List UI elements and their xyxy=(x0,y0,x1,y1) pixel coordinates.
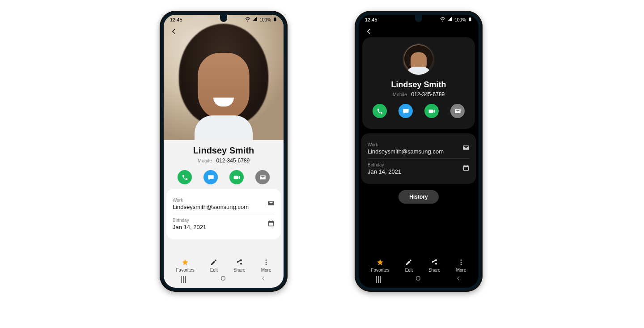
email-button[interactable] xyxy=(255,170,270,184)
recents-nav[interactable]: ||| xyxy=(181,275,186,283)
recents-nav[interactable]: ||| xyxy=(376,275,381,283)
bottom-bar: Favorites Edit Share More xyxy=(164,259,284,273)
share-button[interactable]: Share xyxy=(428,259,441,273)
screen-dark: 12:45 100% xyxy=(359,15,479,288)
mobile-number: 012-345-6789 xyxy=(216,158,250,164)
more-label: More xyxy=(456,268,466,273)
action-row xyxy=(164,170,284,184)
mail-icon[interactable] xyxy=(462,144,470,153)
share-label: Share xyxy=(428,268,441,273)
battery-icon xyxy=(468,17,472,23)
video-button[interactable] xyxy=(229,170,244,184)
svg-rect-7 xyxy=(470,17,471,17)
svg-point-2 xyxy=(266,260,267,261)
contact-name: Lindsey Smith xyxy=(164,145,284,156)
mobile-line: Mobile 012-345-6789 xyxy=(164,158,284,164)
camera-notch xyxy=(415,15,422,22)
mail-icon[interactable] xyxy=(267,200,275,209)
svg-rect-11 xyxy=(416,277,420,280)
system-navbar: ||| xyxy=(359,273,479,285)
battery-icon xyxy=(273,17,277,23)
wifi-icon xyxy=(245,17,250,23)
details-card: Work Lindseysmith@samsung.com Birthday J… xyxy=(361,133,476,184)
video-button[interactable] xyxy=(424,104,439,118)
birthday-value: Jan 14, 2021 xyxy=(368,168,401,175)
birthday-row[interactable]: Birthday Jan 14, 2021 xyxy=(368,158,470,179)
back-button[interactable] xyxy=(170,27,178,37)
svg-rect-1 xyxy=(275,17,276,17)
favorites-label: Favorites xyxy=(176,268,195,273)
screen-light: 12:45 100% xyxy=(164,15,284,288)
message-button[interactable] xyxy=(398,104,413,118)
status-time: 12:45 xyxy=(365,17,377,22)
edit-button[interactable]: Edit xyxy=(405,259,413,273)
mobile-label: Mobile xyxy=(198,158,212,163)
birthday-label: Birthday xyxy=(173,218,206,223)
mobile-label: Mobile xyxy=(393,92,407,97)
wifi-icon xyxy=(440,17,445,23)
home-nav[interactable] xyxy=(220,275,226,283)
svg-rect-5 xyxy=(221,277,225,280)
call-button[interactable] xyxy=(373,104,387,118)
more-label: More xyxy=(261,268,271,273)
phone-dark: 12:45 100% xyxy=(355,11,483,292)
status-icons: 100% xyxy=(440,17,472,23)
favorites-button[interactable]: Favorites xyxy=(371,259,390,273)
work-email: Lindseysmith@samsung.com xyxy=(173,204,249,210)
svg-point-3 xyxy=(266,262,267,263)
favorites-button[interactable]: Favorites xyxy=(176,259,195,273)
status-icons: 100% xyxy=(245,17,277,23)
contact-photo xyxy=(164,15,284,140)
favorites-label: Favorites xyxy=(371,268,390,273)
bottom-bar: Favorites Edit Share More xyxy=(359,259,479,273)
details-card: Work Lindseysmith@samsung.com Birthday J… xyxy=(166,189,281,239)
birthday-value: Jan 14, 2021 xyxy=(173,224,206,230)
edit-label: Edit xyxy=(405,268,413,273)
svg-point-4 xyxy=(266,264,267,265)
contact-avatar[interactable] xyxy=(402,43,435,76)
signal-icon xyxy=(447,17,453,23)
more-button[interactable]: More xyxy=(456,259,466,273)
camera-notch xyxy=(220,15,227,22)
back-nav[interactable] xyxy=(455,275,462,283)
battery-text: 100% xyxy=(454,17,466,22)
work-label: Work xyxy=(368,142,444,147)
svg-point-10 xyxy=(461,264,462,265)
mobile-line: Mobile 012-345-6789 xyxy=(369,91,469,98)
phone-light: 12:45 100% xyxy=(160,11,288,292)
system-navbar: ||| xyxy=(164,273,284,285)
more-button[interactable]: More xyxy=(261,259,271,273)
share-button[interactable]: Share xyxy=(233,259,246,273)
svg-point-8 xyxy=(461,260,462,261)
email-button[interactable] xyxy=(450,104,465,118)
history-button[interactable]: History xyxy=(398,190,438,204)
signal-icon xyxy=(252,17,258,23)
edit-button[interactable]: Edit xyxy=(210,259,218,273)
status-time: 12:45 xyxy=(170,17,182,22)
edit-label: Edit xyxy=(210,268,218,273)
calendar-icon[interactable] xyxy=(462,164,470,173)
work-email: Lindseysmith@samsung.com xyxy=(368,148,444,155)
battery-text: 100% xyxy=(259,17,271,22)
home-nav[interactable] xyxy=(415,275,421,283)
svg-rect-0 xyxy=(274,18,276,21)
message-button[interactable] xyxy=(203,170,218,184)
back-button[interactable] xyxy=(365,27,373,37)
work-label: Work xyxy=(173,198,249,203)
contact-name: Lindsey Smith xyxy=(369,80,469,89)
work-row[interactable]: Work Lindseysmith@samsung.com xyxy=(173,194,275,214)
svg-rect-6 xyxy=(469,18,471,21)
back-nav[interactable] xyxy=(260,275,267,283)
work-row[interactable]: Work Lindseysmith@samsung.com xyxy=(368,139,470,158)
birthday-row[interactable]: Birthday Jan 14, 2021 xyxy=(173,214,275,234)
contact-header-card: Lindsey Smith Mobile 012-345-6789 xyxy=(362,37,475,129)
share-label: Share xyxy=(233,268,246,273)
action-row xyxy=(369,104,469,118)
calendar-icon[interactable] xyxy=(267,220,275,229)
birthday-label: Birthday xyxy=(368,162,401,167)
svg-point-9 xyxy=(461,262,462,263)
call-button[interactable] xyxy=(178,170,192,184)
mobile-number: 012-345-6789 xyxy=(411,91,445,98)
